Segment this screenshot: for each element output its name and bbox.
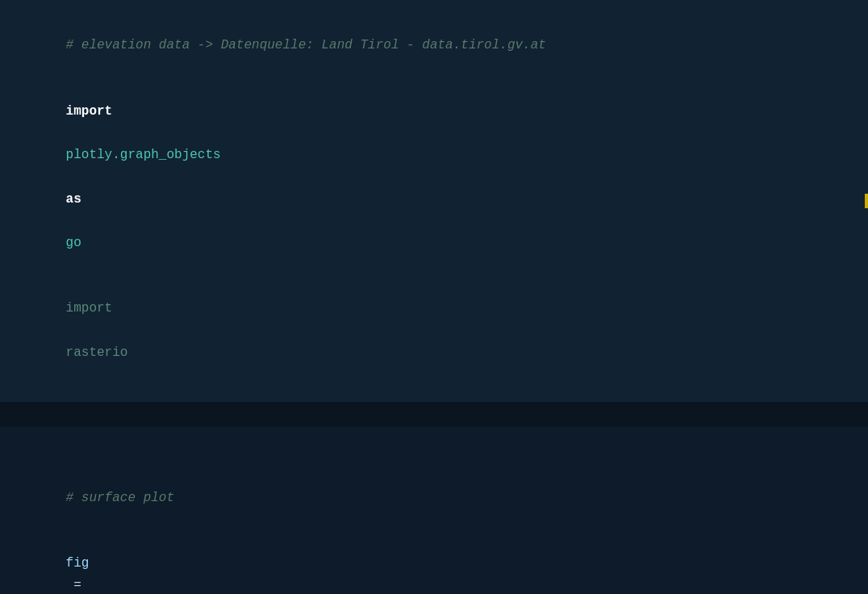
import-rasterio-line: import rasterio (13, 276, 868, 386)
cell-2: # surface plot fig = go . Figure ( data … (0, 427, 868, 594)
module-go: go (66, 236, 81, 250)
comment-text-1: # elevation data -> Datenquelle: Land Ti… (66, 38, 546, 52)
space-3 (66, 214, 74, 228)
module-rasterio: rasterio (66, 345, 128, 360)
import-keyword-2: import (66, 301, 113, 316)
cell-1: # elevation data -> Datenquelle: Land Ti… (0, 0, 868, 404)
blank-line (13, 443, 868, 465)
fig-assign-line: fig = go . Figure ( data = [ go . Surfac… (13, 531, 868, 594)
module-plotly: plotly.graph_objects (66, 148, 221, 162)
as-keyword: as (66, 192, 81, 207)
space-2 (66, 169, 74, 184)
import-keyword-1: import (66, 104, 113, 119)
surface-comment-line: # surface plot (13, 465, 868, 531)
space-1 (66, 126, 74, 140)
surface-comment-text: # surface plot (66, 491, 174, 505)
cell-divider (0, 404, 868, 427)
fig-var: fig (66, 556, 90, 571)
space-4 (66, 324, 74, 338)
code-editor: # elevation data -> Datenquelle: Land Ti… (0, 0, 868, 594)
assign-op: = (66, 578, 90, 592)
import-plotly-line: import plotly.graph_objects as go (13, 79, 868, 277)
scroll-indicator-yellow (865, 194, 868, 208)
comment-line-1: # elevation data -> Datenquelle: Land Ti… (13, 13, 868, 79)
